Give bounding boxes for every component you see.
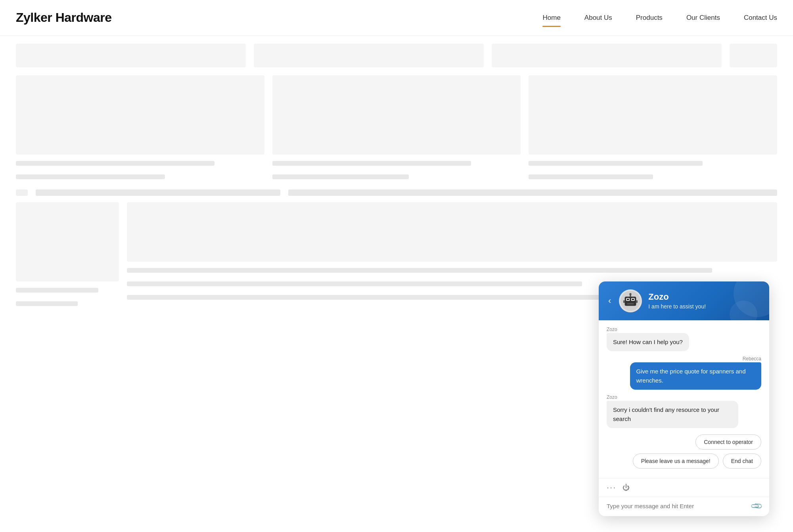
skeleton-image xyxy=(16,75,264,155)
svg-point-8 xyxy=(630,293,632,295)
chat-avatar xyxy=(619,289,642,312)
skeleton-bottom-left xyxy=(16,202,119,308)
chat-widget: ‹ Zozo I am here to assist you! xyxy=(599,281,769,517)
bot-message-group-1: Zozo Sure! How can I help you? xyxy=(607,327,761,352)
nav-link-home[interactable]: Home xyxy=(542,14,560,24)
card-block xyxy=(529,75,777,182)
skeleton-text xyxy=(16,189,28,196)
skeleton-text xyxy=(288,189,777,196)
skeleton-text xyxy=(127,281,582,286)
skeleton-text xyxy=(16,161,215,166)
attachment-icon[interactable]: 📎 xyxy=(749,499,763,513)
nav-item-products[interactable]: Products xyxy=(636,14,663,22)
chat-footer-icons: ··· ⏻ xyxy=(607,482,630,493)
nav-link-about[interactable]: About Us xyxy=(584,14,612,24)
nav-link-clients[interactable]: Our Clients xyxy=(686,14,720,24)
skeleton-text xyxy=(16,174,165,179)
chat-footer-bar: ··· ⏻ xyxy=(599,478,769,497)
skeleton-text xyxy=(16,301,78,306)
svg-rect-4 xyxy=(627,299,629,300)
user-message-group: Rebecca Give me the price quote for span… xyxy=(607,356,761,390)
svg-rect-1 xyxy=(625,297,636,306)
nav-link-contact[interactable]: Contact Us xyxy=(744,14,777,24)
bot-avatar-icon xyxy=(620,290,641,312)
end-chat-button[interactable]: End chat xyxy=(723,454,761,469)
svg-rect-6 xyxy=(627,303,634,304)
svg-rect-5 xyxy=(632,299,634,300)
chat-input-row: 📎 xyxy=(599,497,769,516)
skeleton-card xyxy=(492,44,722,67)
skeleton-text xyxy=(127,268,712,273)
bot-bubble-2: Sorry i couldn't find any resource to yo… xyxy=(607,401,738,428)
more-options-icon[interactable]: ··· xyxy=(607,482,616,493)
leave-message-button[interactable]: Please leave us a message! xyxy=(633,454,719,469)
sender-label-zozo-1: Zozo xyxy=(607,327,617,332)
sender-label-zozo-2: Zozo xyxy=(607,394,617,400)
sender-label-rebecca: Rebecca xyxy=(743,356,761,362)
chat-bot-subtitle: I am here to assist you! xyxy=(648,303,706,310)
connect-operator-button[interactable]: Connect to operator xyxy=(695,434,761,450)
navbar: Zylker Hardware Home About Us Products O… xyxy=(0,0,793,36)
skeleton-cards-row xyxy=(16,75,777,182)
power-icon[interactable]: ⏻ xyxy=(623,484,630,492)
skeleton-text xyxy=(272,174,409,179)
chat-header-info: Zozo I am here to assist you! xyxy=(648,292,706,309)
skeleton-card xyxy=(730,44,777,67)
skeleton-image xyxy=(272,75,521,155)
chat-header: ‹ Zozo I am here to assist you! xyxy=(599,281,769,320)
skeleton-text xyxy=(529,161,703,166)
skeleton-row-2 xyxy=(16,189,777,196)
card-block xyxy=(272,75,521,182)
chat-actions-row: Please leave us a message! End chat xyxy=(633,454,761,469)
nav-item-clients[interactable]: Our Clients xyxy=(686,14,720,22)
skeleton-text xyxy=(127,295,615,300)
svg-rect-10 xyxy=(636,300,638,303)
chat-body: Zozo Sure! How can I help you? Rebecca G… xyxy=(599,320,769,478)
skeleton-text xyxy=(36,189,280,196)
skeleton-image xyxy=(127,202,777,262)
brand-logo: Zylker Hardware xyxy=(16,10,112,25)
chat-bot-name: Zozo xyxy=(648,292,706,302)
nav-links: Home About Us Products Our Clients Conta… xyxy=(542,14,777,22)
nav-item-home[interactable]: Home xyxy=(542,14,560,22)
chat-back-button[interactable]: ‹ xyxy=(608,296,611,306)
nav-item-contact[interactable]: Contact Us xyxy=(744,14,777,22)
user-bubble-1: Give me the price quote for spanners and… xyxy=(630,362,762,390)
skeleton-card xyxy=(254,44,484,67)
skeleton-text xyxy=(16,288,98,293)
bot-message-group-2: Zozo Sorry i couldn't find any resource … xyxy=(607,394,761,428)
chat-input[interactable] xyxy=(607,503,747,509)
page-content xyxy=(0,36,793,316)
skeleton-text xyxy=(272,161,471,166)
card-block xyxy=(16,75,264,182)
svg-rect-9 xyxy=(623,300,625,303)
skeleton-image xyxy=(529,75,777,155)
nav-item-about[interactable]: About Us xyxy=(584,14,612,22)
nav-link-products[interactable]: Products xyxy=(636,14,663,24)
skeleton-top-row xyxy=(16,44,777,67)
bot-bubble-1: Sure! How can I help you? xyxy=(607,333,689,352)
chat-actions: Connect to operator Please leave us a me… xyxy=(607,433,761,472)
skeleton-card xyxy=(16,44,246,67)
skeleton-text xyxy=(529,174,653,179)
skeleton-image xyxy=(16,202,119,281)
